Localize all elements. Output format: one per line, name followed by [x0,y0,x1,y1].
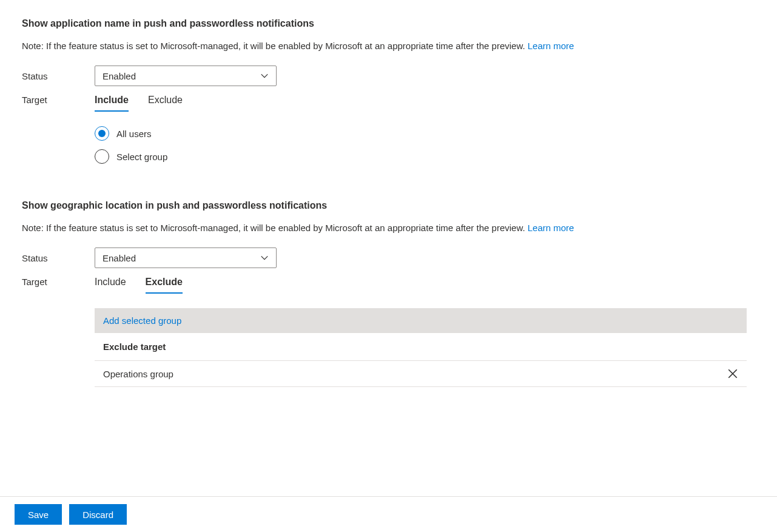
section-title: Show application name in push and passwo… [22,18,755,29]
close-icon[interactable] [727,368,738,379]
learn-more-link[interactable]: Learn more [528,41,574,51]
section-geo-location: Show geographic location in push and pas… [22,200,755,411]
note-text: Note: If the feature status is set to Mi… [22,222,755,234]
add-selected-group-button[interactable]: Add selected group [95,308,747,333]
chevron-down-icon [260,72,269,80]
target-tabs: Include Exclude [95,277,755,294]
status-label: Status [22,253,95,263]
footer-bar: Save Discard [0,496,777,532]
target-label: Target [22,95,95,105]
radio-all-users[interactable]: All users [95,126,755,141]
radio-label-select-group: Select group [116,152,167,162]
exclude-row: Operations group [95,361,747,387]
status-value: Enabled [103,253,136,263]
tab-include[interactable]: Include [95,95,129,112]
status-select[interactable]: Enabled [95,247,277,268]
note-body: Note: If the feature status is set to Mi… [22,223,528,233]
status-select[interactable]: Enabled [95,66,277,86]
section-title: Show geographic location in push and pas… [22,200,755,211]
tab-exclude[interactable]: Exclude [146,277,183,294]
tab-exclude[interactable]: Exclude [148,95,183,112]
discard-button[interactable]: Discard [69,504,127,525]
radio-label-all-users: All users [116,129,152,139]
status-value: Enabled [103,71,136,81]
exclude-row-name: Operations group [103,369,173,379]
radio-circle [95,126,109,141]
learn-more-link[interactable]: Learn more [528,223,574,233]
target-label: Target [22,277,95,287]
tab-include[interactable]: Include [95,277,126,294]
exclude-target-header: Exclude target [95,333,747,361]
status-label: Status [22,71,95,81]
chevron-down-icon [260,254,269,262]
note-text: Note: If the feature status is set to Mi… [22,40,755,52]
exclude-panel: Add selected group Exclude target Operat… [95,308,747,387]
save-button[interactable]: Save [15,504,62,525]
radio-select-group[interactable]: Select group [95,149,755,164]
target-tabs: Include Exclude [95,95,755,112]
radio-circle [95,149,109,164]
note-body: Note: If the feature status is set to Mi… [22,41,528,51]
target-radio-group: All users Select group [95,126,755,164]
section-app-name: Show application name in push and passwo… [22,18,755,188]
